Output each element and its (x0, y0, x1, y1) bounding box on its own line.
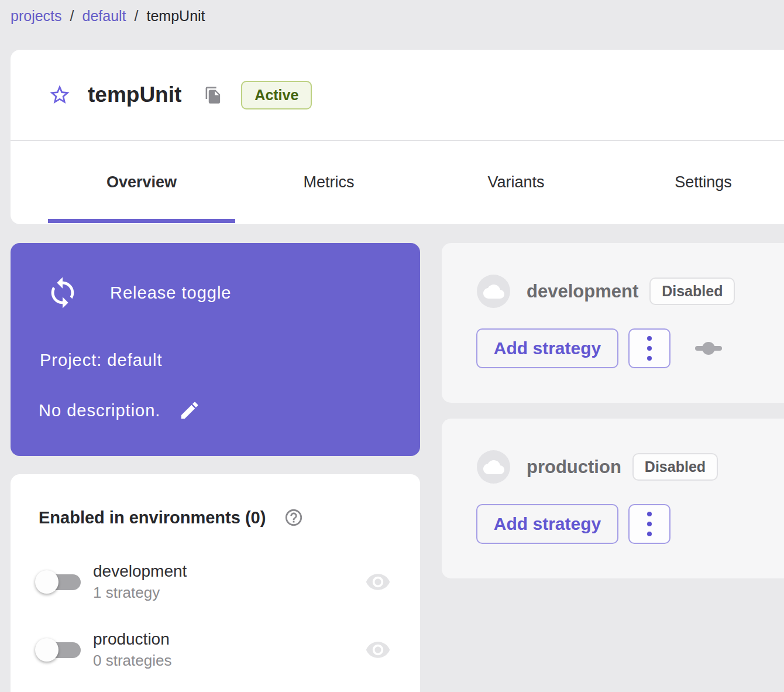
environment-toggle-row-development: development 1 strategy (35, 559, 391, 605)
feature-title-row: tempUnit Active (11, 50, 784, 141)
environment-toggle-development[interactable] (35, 570, 81, 594)
kebab-icon (647, 336, 652, 341)
environment-avatar (477, 450, 510, 484)
enabled-environments-header: Enabled in environments (0) (39, 507, 304, 528)
environment-name: production (527, 457, 621, 478)
breadcrumb-separator: / (135, 8, 139, 25)
environment-toggle-row-production: production 0 strategies (35, 626, 391, 673)
environment-menu-button[interactable] (628, 504, 670, 544)
feature-type-row: Release toggle (46, 276, 231, 310)
environment-avatar (477, 275, 510, 308)
environment-name: development (527, 281, 638, 302)
kebab-icon (647, 532, 652, 536)
active-tab-indicator (48, 219, 235, 223)
tab-variants[interactable]: Variants (422, 141, 610, 223)
environment-menu-button[interactable] (628, 328, 670, 368)
tab-settings[interactable]: Settings (610, 141, 784, 223)
kebab-icon (647, 356, 652, 361)
enabled-environments-title: Enabled in environments (0) (39, 508, 266, 527)
feature-type-label: Release toggle (110, 283, 231, 303)
breadcrumb-link-projects[interactable]: projects (11, 8, 62, 25)
toggle-knob (35, 570, 59, 594)
environment-row-name: production (93, 630, 171, 649)
feature-project-label: Project: default (40, 351, 162, 370)
toggle-knob (35, 638, 59, 662)
tab-metrics[interactable]: Metrics (235, 141, 422, 223)
cloud-icon (483, 281, 504, 302)
enabled-environments-card: Enabled in environments (0) development … (11, 474, 420, 692)
kebab-icon (647, 522, 652, 526)
feature-header-card: tempUnit Active Overview Metrics Variant… (11, 50, 784, 224)
environment-card-development: development Disabled Add strategy (442, 243, 784, 403)
kebab-icon (647, 512, 652, 516)
environment-toggle-production[interactable] (35, 638, 81, 662)
environment-header: development Disabled (477, 275, 735, 308)
environment-actions: Add strategy (476, 504, 670, 544)
page-title: tempUnit (88, 83, 181, 107)
visibility-eye-icon[interactable] (365, 569, 391, 595)
cloud-icon (483, 457, 504, 478)
environment-strategy-count: 0 strategies (93, 652, 171, 670)
copy-name-icon[interactable] (204, 85, 222, 104)
environment-header: production Disabled (477, 450, 718, 484)
kebab-icon (647, 346, 652, 351)
feature-info-card: Release toggle Project: default No descr… (11, 243, 420, 456)
help-icon[interactable] (283, 507, 304, 528)
breadcrumb: projects / default / tempUnit (11, 8, 205, 25)
environment-row-name: development (93, 562, 187, 581)
environment-actions: Add strategy (476, 328, 722, 368)
breadcrumb-current: tempUnit (147, 8, 205, 25)
feature-tabs: Overview Metrics Variants Settings (11, 141, 784, 223)
strategy-indicator-icon (695, 341, 722, 355)
environment-card-production: production Disabled Add strategy (442, 419, 784, 578)
add-strategy-button[interactable]: Add strategy (476, 504, 618, 544)
visibility-eye-icon[interactable] (365, 637, 391, 663)
environment-row-labels: production 0 strategies (93, 630, 171, 670)
feature-description: No description. (39, 401, 160, 420)
breadcrumb-separator: / (70, 8, 74, 25)
environment-row-labels: development 1 strategy (93, 562, 187, 602)
environment-strategy-count: 1 strategy (93, 584, 187, 602)
add-strategy-button[interactable]: Add strategy (476, 328, 618, 368)
tab-overview[interactable]: Overview (48, 141, 235, 223)
feature-description-row: No description. (39, 399, 201, 422)
environment-status-chip: Disabled (632, 453, 718, 481)
environment-status-chip: Disabled (649, 278, 735, 305)
release-toggle-icon (46, 276, 80, 310)
breadcrumb-link-default[interactable]: default (82, 8, 126, 25)
favorite-star-icon[interactable] (48, 83, 71, 107)
status-badge: Active (241, 81, 312, 109)
edit-description-icon[interactable] (178, 399, 201, 422)
